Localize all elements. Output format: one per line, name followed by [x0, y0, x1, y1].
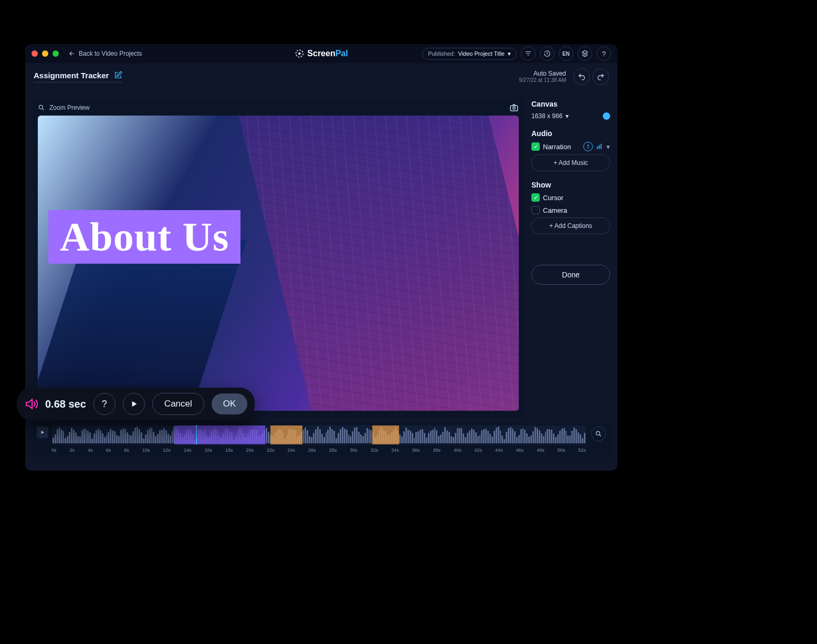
back-label: Back to Video Projects — [79, 50, 142, 57]
tick-label: 22s — [267, 448, 275, 453]
tick-label: 16s — [204, 448, 212, 453]
brand-icon — [295, 49, 304, 58]
canvas-dimensions[interactable]: 1638 x 986 — [531, 112, 562, 120]
cursor-checkbox[interactable]: ✓ — [531, 193, 540, 202]
help-button[interactable]: ? — [596, 46, 611, 61]
tick-label: 10s — [142, 448, 150, 453]
playhead[interactable] — [196, 425, 197, 444]
waveform — [51, 425, 586, 444]
tick-label: 38s — [433, 448, 441, 453]
tick-label: 12s — [163, 448, 171, 453]
cursor-label: Cursor — [543, 194, 563, 202]
narration-label: Narration — [543, 143, 571, 151]
tick-label: 4s — [88, 448, 93, 453]
cancel-button[interactable]: Cancel — [152, 393, 204, 415]
snapshot-button[interactable] — [509, 103, 519, 112]
preview-decor — [234, 116, 519, 411]
history-button[interactable] — [540, 46, 554, 61]
timeline[interactable]: 0s2s4s6s8s10s12s14s16s18s20s22s24s26s28s… — [33, 422, 610, 463]
tick-label: 8s — [124, 448, 129, 453]
project-name: Assignment Tracker — [34, 71, 109, 80]
duration-value: 0.68 sec — [45, 398, 86, 410]
tick-label: 14s — [184, 448, 192, 453]
tick-label: 32s — [371, 448, 379, 453]
timeline-play-button[interactable] — [37, 427, 48, 438]
tick-label: 36s — [412, 448, 420, 453]
published-title: Video Project Title — [458, 50, 505, 57]
layers-button[interactable] — [578, 46, 592, 61]
publish-status-dropdown[interactable]: Published: Video Project Title ▾ — [422, 48, 517, 60]
undo-button[interactable] — [573, 68, 590, 85]
done-button[interactable]: Done — [531, 265, 610, 285]
project-header: Assignment Tracker Auto Saved 9/27/22 at… — [25, 63, 617, 90]
autosave-status: Auto Saved 9/27/22 at 11:38 AM — [519, 70, 566, 83]
add-music-button[interactable]: + Add Music — [531, 154, 610, 171]
preview-panel: Zoom Preview About Us — [33, 98, 524, 418]
tick-label: 34s — [391, 448, 399, 453]
ok-button[interactable]: OK — [212, 393, 248, 414]
language-button[interactable]: EN — [559, 46, 573, 61]
zoom-preview-label[interactable]: Zoom Preview — [49, 104, 90, 111]
edit-icon[interactable] — [114, 71, 122, 79]
tick-label: 40s — [454, 448, 462, 453]
background-color-swatch[interactable] — [603, 112, 610, 120]
add-captions-button[interactable]: + Add Captions — [531, 217, 610, 234]
tick-label: 0s — [51, 448, 57, 453]
back-to-projects-link[interactable]: Back to Video Projects — [68, 50, 142, 57]
chevron-down-icon[interactable]: ▾ — [565, 112, 569, 120]
narration-checkbox[interactable]: ✓ — [531, 142, 540, 151]
close-window-icon[interactable] — [32, 50, 38, 57]
svg-point-8 — [596, 431, 600, 435]
title-bar: Back to Video Projects ScreenPal Publish… — [25, 44, 617, 63]
camera-checkbox[interactable] — [531, 206, 540, 214]
properties-sidebar: Canvas 1638 x 986 ▾ Audio ✓ Narration ! … — [531, 98, 610, 418]
camera-label: Camera — [543, 206, 567, 214]
timeline-segment-purple[interactable] — [174, 425, 265, 444]
filter-list-button[interactable] — [521, 46, 536, 61]
tick-label: 42s — [474, 448, 482, 453]
published-label: Published: — [428, 50, 455, 57]
timeline-zoom-button[interactable] — [591, 427, 606, 441]
video-preview[interactable]: About Us — [38, 116, 519, 411]
tick-label: 2s — [70, 448, 75, 453]
search-icon[interactable] — [38, 104, 45, 111]
panel-help-button[interactable]: ? — [93, 393, 116, 415]
timeline-segment-orange[interactable] — [372, 425, 399, 444]
chevron-down-icon[interactable]: ▾ — [606, 143, 610, 151]
minimize-window-icon[interactable] — [42, 50, 48, 57]
timeline-segment-orange[interactable] — [270, 425, 302, 444]
audio-levels-icon[interactable] — [596, 143, 603, 150]
project-name-field[interactable]: Assignment Tracker — [34, 71, 122, 82]
svg-rect-6 — [599, 145, 600, 149]
tick-label: 30s — [350, 448, 358, 453]
tick-label: 46s — [516, 448, 524, 453]
preview-decor — [38, 240, 247, 402]
timeline-ticks: 0s2s4s6s8s10s12s14s16s18s20s22s24s26s28s… — [51, 448, 586, 453]
arrow-left-icon — [68, 50, 76, 57]
panel-play-button[interactable] — [123, 393, 145, 415]
svg-rect-3 — [510, 106, 518, 111]
tick-label: 50s — [558, 448, 565, 453]
tick-label: 44s — [495, 448, 503, 453]
svg-point-4 — [513, 107, 516, 110]
chevron-down-icon: ▾ — [508, 50, 511, 57]
tick-label: 52s — [578, 448, 586, 453]
maximize-window-icon[interactable] — [53, 50, 59, 57]
svg-rect-7 — [601, 144, 602, 149]
redo-button[interactable] — [592, 68, 609, 85]
editor-body: Zoom Preview About Us Canvas 1638 x 986 … — [25, 90, 617, 418]
tick-label: 6s — [106, 448, 111, 453]
brand-logo: ScreenPal — [295, 49, 348, 58]
timeline-track[interactable] — [51, 425, 586, 444]
titlebar-right: Published: Video Project Title ▾ EN ? — [422, 46, 611, 61]
svg-rect-5 — [597, 147, 598, 149]
overlay-title[interactable]: About Us — [48, 210, 240, 264]
info-icon[interactable]: ! — [583, 142, 593, 151]
edit-action-panel: 0.68 sec ? Cancel OK — [17, 388, 255, 420]
svg-point-2 — [39, 105, 43, 109]
show-section-title: Show — [531, 181, 610, 189]
canvas-section-title: Canvas — [531, 100, 610, 108]
tick-label: 26s — [308, 448, 316, 453]
tick-label: 18s — [225, 448, 233, 453]
volume-icon[interactable] — [24, 397, 38, 411]
